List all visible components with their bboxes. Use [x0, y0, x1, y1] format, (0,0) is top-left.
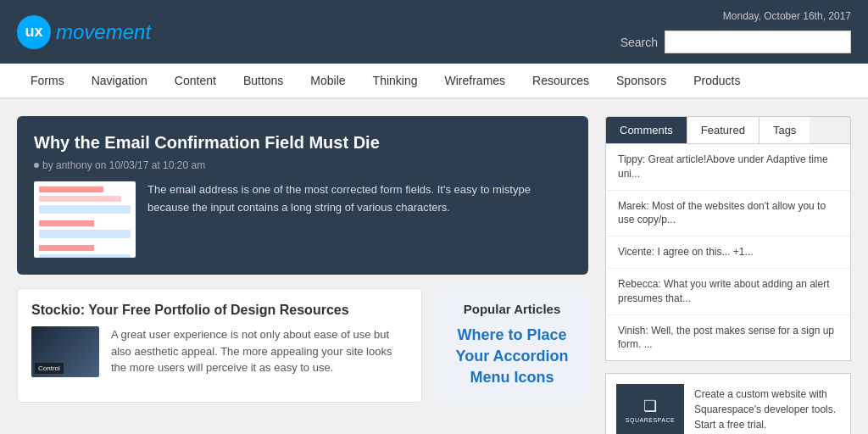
comment-text-2: Marek: Most of the websites don't allow …: [618, 200, 826, 226]
comment-item[interactable]: Marek: Most of the websites don't allow …: [606, 191, 850, 237]
form-row-label3: [39, 245, 94, 251]
popular-article-link[interactable]: Where to Place Your Accordion Menu Icons: [449, 325, 575, 389]
comments-list: Tippy: Great article!Above under Adaptiv…: [605, 143, 851, 361]
meta-dot-icon: [34, 163, 39, 168]
featured-article-content: The email address is one of the most cor…: [34, 181, 571, 258]
secondary-article-image: Control: [31, 326, 99, 377]
nav-item-wireframes[interactable]: Wireframes: [431, 64, 520, 97]
header-search: Search: [620, 31, 851, 53]
featured-article-title: Why the Email Confirmation Field Must Di…: [34, 133, 571, 153]
comment-text-1: Tippy: Great article!Above under Adaptiv…: [618, 153, 828, 180]
main-content: Why the Email Confirmation Field Must Di…: [0, 99, 868, 434]
featured-article[interactable]: Why the Email Confirmation Field Must Di…: [17, 116, 588, 275]
squarespace-brand: SQUARESPACE: [626, 417, 675, 423]
nav-item-buttons[interactable]: Buttons: [230, 64, 297, 97]
squarespace-icon: ❏: [626, 397, 675, 415]
comment-text-3: Vicente: I agree on this... +1...: [618, 246, 754, 258]
header-date: Monday, October 16th, 2017: [723, 10, 851, 22]
featured-article-image: [34, 181, 136, 258]
comment-item[interactable]: Tippy: Great article!Above under Adaptiv…: [606, 144, 850, 191]
popular-articles-title: Popular Articles: [449, 302, 575, 316]
advertisement-block[interactable]: ❏ SQUARESPACE Create a custom website wi…: [605, 373, 851, 434]
comment-text-5: Vinish: Well, the post makes sense for a…: [618, 325, 834, 351]
bottom-row: Stockio: Your Free Portfolio of Design R…: [17, 288, 588, 403]
featured-article-description: The email address is one of the most cor…: [147, 181, 571, 258]
header: ux movement Monday, October 16th, 2017 S…: [0, 0, 868, 64]
form-row-label2: [39, 220, 94, 226]
comment-item[interactable]: Rebecca: What you write about adding an …: [606, 269, 850, 315]
logo-icon: ux: [17, 15, 51, 49]
featured-article-meta: by anthony on 10/03/17 at 10:20 am: [34, 159, 571, 171]
nav-item-products[interactable]: Products: [680, 64, 754, 97]
nav-item-navigation[interactable]: Navigation: [78, 64, 161, 97]
search-input[interactable]: [665, 31, 851, 53]
tab-comments[interactable]: Comments: [606, 117, 687, 143]
form-row-hint: [39, 196, 121, 202]
left-column: Why the Email Confirmation Field Must Di…: [17, 116, 588, 434]
logo[interactable]: ux movement: [17, 15, 151, 49]
tab-tags[interactable]: Tags: [760, 117, 810, 143]
comment-text-4: Rebecca: What you write about adding an …: [618, 278, 829, 304]
ad-logo: ❏ SQUARESPACE: [616, 384, 684, 434]
secondary-article-description: A great user experience is not only abou…: [111, 326, 408, 377]
featured-article-meta-text: by anthony on 10/03/17 at 10:20 am: [42, 159, 205, 171]
comment-item[interactable]: Vinish: Well, the post makes sense for a…: [606, 315, 850, 361]
nav-item-sponsors[interactable]: Sponsors: [603, 64, 680, 97]
main-nav: Forms Navigation Content Buttons Mobile …: [0, 64, 868, 99]
nav-item-thinking[interactable]: Thinking: [359, 64, 431, 97]
nav-item-mobile[interactable]: Mobile: [297, 64, 359, 97]
search-label: Search: [620, 36, 658, 49]
secondary-article[interactable]: Stockio: Your Free Portfolio of Design R…: [17, 288, 422, 403]
form-row-input: [39, 205, 131, 214]
image-text: Control: [35, 363, 64, 374]
comment-item[interactable]: Vicente: I agree on this... +1...: [606, 236, 850, 269]
form-row-label: [39, 186, 103, 192]
nav-item-forms[interactable]: Forms: [17, 64, 78, 97]
secondary-article-title: Stockio: Your Free Portfolio of Design R…: [31, 303, 408, 318]
form-row-input2: [39, 230, 131, 238]
sidebar-tabs: Comments Featured Tags: [605, 116, 851, 143]
form-row-input3: [39, 254, 131, 258]
squarespace-logo: ❏ SQUARESPACE: [626, 397, 675, 423]
popular-articles-box: Popular Articles Where to Place Your Acc…: [436, 288, 588, 403]
form-mockup: [34, 181, 136, 258]
nav-item-content[interactable]: Content: [161, 64, 230, 97]
header-right: Monday, October 16th, 2017 Search: [620, 10, 851, 53]
logo-ux-text: ux: [25, 23, 42, 41]
image-overlay: Control: [31, 326, 99, 377]
tab-featured[interactable]: Featured: [687, 117, 760, 143]
right-sidebar: Comments Featured Tags Tippy: Great arti…: [605, 116, 851, 434]
ad-text: Create a custom website with Squarespace…: [694, 387, 840, 432]
nav-item-resources[interactable]: Resources: [519, 64, 603, 97]
secondary-article-content: Control A great user experience is not o…: [31, 326, 408, 377]
logo-movement-text: movement: [56, 20, 151, 44]
